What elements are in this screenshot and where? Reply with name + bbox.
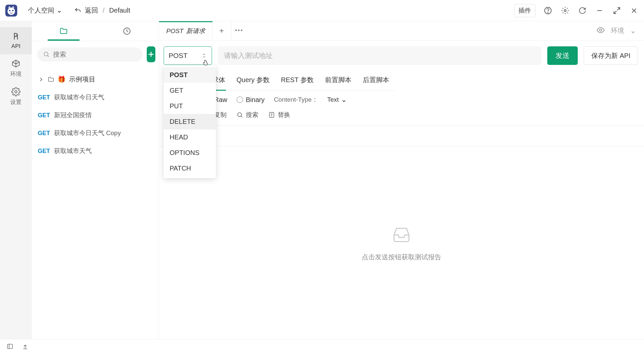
method-option-get[interactable]: GET (164, 83, 216, 98)
send-button[interactable]: 发送 (547, 46, 578, 65)
req-tab-query[interactable]: Query 参数 (236, 71, 270, 90)
chevron-down-icon (630, 27, 636, 34)
maximize-icon[interactable] (612, 6, 621, 15)
search-icon (43, 51, 50, 58)
search-button[interactable]: 搜索 (237, 111, 258, 119)
sidebar-tab-history[interactable] (95, 21, 159, 41)
svg-point-1 (9, 10, 11, 11)
response-empty-text: 点击发送按钮获取测试报告 (362, 253, 441, 262)
folder-icon (59, 27, 68, 35)
rail-label: 环境 (10, 70, 22, 78)
topbar: 个人空间 返回 / Default 插件 (0, 0, 644, 21)
method-option-put[interactable]: PUT (164, 98, 216, 114)
method-badge: GET (38, 112, 50, 119)
main-area: API 环境 设置 (0, 21, 644, 339)
search-input[interactable] (53, 51, 137, 58)
svg-point-2 (12, 10, 14, 11)
radio-icon (237, 96, 243, 103)
settings-gear-icon[interactable] (561, 6, 570, 15)
req-tab-rest[interactable]: REST 参数 (280, 71, 314, 90)
body-toolbar: 复制 搜索 替换 (199, 107, 644, 126)
api-name: 获取城市今日天气 Copy (54, 129, 121, 137)
tree-item[interactable]: GET 新冠全国疫情 (32, 106, 159, 124)
method-option-options[interactable]: OPTIONS (164, 145, 216, 161)
back-button[interactable]: 返回 (74, 6, 98, 15)
method-option-post[interactable]: POST (164, 67, 216, 83)
method-select[interactable]: POST POST GET PUT DELETE HEAD OPTIONS PA… (164, 46, 212, 65)
tool-label: 替换 (278, 111, 290, 119)
content: POST 新请求 ••• 环境 POST (159, 21, 644, 339)
svg-point-0 (8, 7, 15, 15)
response-empty-state: 点击发送按钮获取测试报告 (159, 146, 644, 339)
tab-title: 新请求 (186, 27, 205, 35)
replace-icon (268, 112, 275, 118)
crumb-separator: / (103, 7, 105, 14)
sidebar: 🎁 示例项目 GET 获取城市今日天气 GET 新冠全国疫情 GET 获取城市今… (32, 21, 159, 339)
tab-more-button[interactable]: ••• (231, 21, 247, 40)
request-tab[interactable]: POST 新请求 (159, 21, 213, 40)
breadcrumb-current: Default (109, 7, 130, 14)
plugins-button[interactable]: 插件 (514, 4, 535, 17)
content-type-value: Text (327, 96, 339, 103)
tab-method: POST (166, 27, 184, 35)
body-type-binary[interactable]: Binary (237, 96, 265, 104)
svg-point-17 (600, 29, 602, 31)
req-tab-prescript[interactable]: 前置脚本 (324, 71, 352, 90)
close-icon[interactable] (629, 6, 639, 15)
add-button[interactable] (147, 46, 155, 62)
svg-line-12 (48, 56, 49, 57)
tree-folder[interactable]: 🎁 示例项目 (32, 70, 159, 88)
minimize-icon[interactable] (595, 6, 604, 15)
environment-selector[interactable]: 环境 (588, 21, 644, 40)
api-name: 获取城市今日天气 (54, 93, 104, 102)
sidebar-tab-folder[interactable] (32, 21, 95, 41)
req-tab-postscript[interactable]: 后置脚本 (362, 71, 390, 90)
search-box[interactable] (37, 47, 143, 62)
rail-item-settings[interactable]: 设置 (0, 82, 32, 111)
new-tab-button[interactable] (213, 21, 231, 40)
rail-label: API (11, 43, 20, 50)
back-label: 返回 (85, 6, 98, 15)
method-option-patch[interactable]: PATCH (164, 161, 216, 176)
history-icon (123, 27, 131, 35)
tree-item[interactable]: GET 获取城市天气 (32, 142, 159, 160)
url-input[interactable] (218, 46, 541, 65)
tool-label: 搜索 (246, 111, 258, 119)
rail-item-api[interactable]: API (0, 27, 32, 54)
panel-left-icon[interactable] (5, 342, 15, 351)
chevron-right-icon (38, 76, 44, 83)
plus-icon (218, 27, 225, 34)
content-type-label: Content-Type： (274, 95, 318, 104)
search-icon (237, 112, 243, 118)
svg-point-9 (15, 91, 17, 93)
rail-label: 设置 (10, 98, 22, 106)
eye-icon[interactable] (596, 26, 605, 36)
save-as-button[interactable]: 保存为新 API (584, 46, 638, 65)
refresh-icon[interactable] (578, 6, 587, 15)
left-rail: API 环境 设置 (0, 21, 32, 339)
workspace-selector[interactable]: 个人空间 (28, 6, 62, 15)
upload-icon[interactable] (21, 342, 30, 351)
api-name: 新冠全国疫情 (54, 111, 92, 120)
sort-icon (201, 53, 207, 59)
svg-point-4 (548, 12, 548, 13)
method-dropdown: POST GET PUT DELETE HEAD OPTIONS PATCH (164, 65, 216, 178)
tree-item[interactable]: GET 获取城市今日天气 Copy (32, 124, 159, 142)
svg-point-11 (44, 52, 48, 56)
response-tabs: 返回值 (159, 126, 644, 146)
rail-item-env[interactable]: 环境 (0, 54, 32, 82)
inbox-icon (388, 224, 415, 244)
svg-point-19 (238, 113, 242, 117)
request-subtabs-row: 请求体 Query 参数 REST 参数 前置脚本 后置脚本 (159, 71, 644, 91)
folder-icon (48, 76, 54, 83)
content-type-select[interactable]: Text (327, 96, 347, 104)
method-badge: GET (38, 148, 50, 155)
method-option-delete[interactable]: DELETE (164, 114, 216, 129)
tree-item[interactable]: GET 获取城市今日天气 (32, 88, 159, 106)
method-option-head[interactable]: HEAD (164, 129, 216, 145)
chevron-down-icon (341, 96, 347, 104)
replace-button[interactable]: 替换 (268, 111, 290, 119)
folder-name: 示例项目 (69, 75, 95, 84)
help-icon[interactable] (543, 6, 553, 15)
bottombar (0, 339, 644, 353)
